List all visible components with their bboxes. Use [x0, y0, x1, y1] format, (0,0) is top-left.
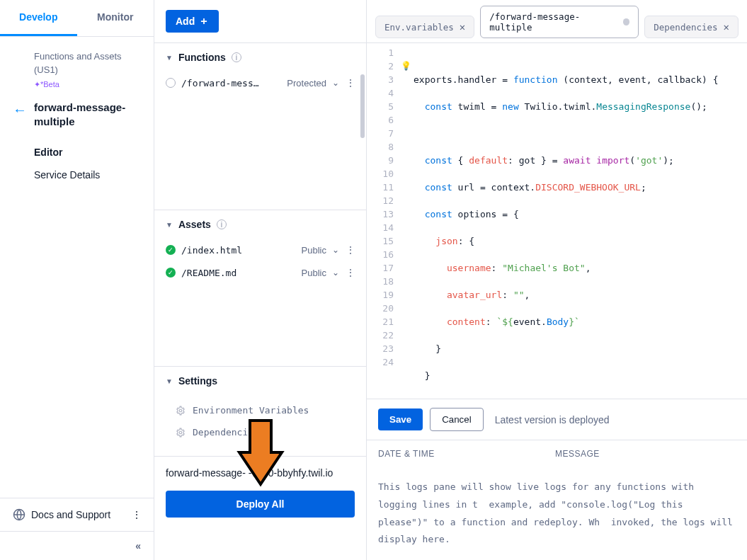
lightbulb-icon[interactable]: 💡 — [401, 59, 411, 73]
nav-tabs: Develop Monitor — [0, 0, 154, 37]
asset-name: /index.html — [181, 245, 296, 256]
editor-tab-deps[interactable]: Dependencies✕ — [644, 16, 739, 38]
logs-col-datetime: DATE & TIME — [378, 449, 555, 459]
editor-panel: Env.variables✕ /forward-message-multiple… — [367, 0, 747, 560]
chevron-down-icon[interactable]: ⌄ — [332, 268, 339, 278]
service-region: (US1) — [34, 64, 141, 75]
line-gutter: 123456789101112131415161718192021222324 — [367, 43, 401, 399]
back-icon[interactable]: ← — [13, 102, 27, 118]
dirty-dot-icon — [623, 18, 630, 25]
globe-icon — [13, 508, 25, 521]
service-name: forward-message-multiple — [34, 101, 141, 128]
nav-editor[interactable]: Editor — [13, 141, 141, 164]
settings-env-vars[interactable]: Environment Variables — [154, 399, 366, 421]
info-icon[interactable]: i — [217, 219, 227, 229]
asset-row[interactable]: ✓ /README.md Public ⌄ ⋮ — [154, 261, 366, 284]
left-nav: Develop Monitor Functions and Assets (US… — [0, 0, 154, 560]
editor-tab-file[interactable]: /forward-message-multiple — [480, 6, 639, 38]
middle-panel: Add ▼ Functions i /forward-mess… Protect… — [154, 0, 367, 560]
plus-icon — [199, 16, 209, 26]
settings-header[interactable]: ▼ Settings — [154, 367, 366, 395]
nav-service-details[interactable]: Service Details — [13, 164, 141, 186]
cancel-button[interactable]: Cancel — [430, 408, 484, 431]
service-category: Functions and Assets — [34, 51, 141, 62]
caret-down-icon: ▼ — [166, 54, 173, 62]
kebab-icon[interactable]: ⋮ — [345, 244, 355, 256]
asset-name: /README.md — [181, 268, 296, 278]
function-row[interactable]: /forward-mess… Protected ⌄ ⋮ — [154, 72, 366, 94]
editor-tabs: Env.variables✕ /forward-message-multiple… — [367, 0, 747, 38]
svg-point-2 — [179, 431, 182, 434]
tab-develop[interactable]: Develop — [0, 0, 77, 36]
info-icon[interactable]: i — [232, 52, 241, 62]
asset-row[interactable]: ✓ /index.html Public ⌄ ⋮ — [154, 239, 366, 261]
kebab-icon[interactable]: ⋮ — [131, 509, 141, 520]
caret-down-icon: ▼ — [166, 221, 173, 229]
svg-point-1 — [179, 409, 182, 412]
gear-icon — [176, 406, 186, 416]
logs-body: This logs pane will show live logs for a… — [367, 467, 747, 560]
collapse-sidebar-icon[interactable]: « — [135, 540, 141, 552]
gear-icon — [176, 428, 186, 438]
service-domain: forward-message- -7840-bbyhfy.twil.io — [166, 467, 355, 481]
functions-list: /forward-mess… Protected ⌄ ⋮ — [154, 72, 366, 210]
caret-down-icon: ▼ — [166, 377, 173, 385]
status-pending-icon — [166, 78, 176, 88]
status-ok-icon: ✓ — [166, 245, 176, 255]
close-icon[interactable]: ✕ — [460, 21, 465, 33]
chevron-down-icon[interactable]: ⌄ — [332, 245, 339, 255]
logs-col-message: MESSAGE — [555, 449, 600, 459]
settings-dependencies[interactable]: Dependencies — [154, 421, 366, 443]
deploy-status: Latest version is deployed — [495, 414, 610, 425]
editor-tab-env[interactable]: Env.variables✕ — [375, 16, 474, 38]
tab-monitor[interactable]: Monitor — [77, 0, 154, 36]
close-icon[interactable]: ✕ — [724, 21, 729, 33]
code-editor[interactable]: 123456789101112131415161718192021222324 … — [367, 42, 747, 399]
save-button[interactable]: Save — [378, 408, 423, 430]
deploy-all-button[interactable]: Deploy All — [166, 491, 355, 518]
docs-and-support-link[interactable]: Docs and Support — [13, 508, 110, 521]
functions-header[interactable]: ▼ Functions i — [154, 43, 366, 72]
kebab-icon[interactable]: ⋮ — [345, 77, 355, 88]
beta-badge: ✦*Beta — [34, 80, 59, 89]
asset-visibility: Public — [302, 245, 326, 256]
function-name: /forward-mess… — [181, 78, 281, 88]
status-ok-icon: ✓ — [166, 268, 176, 278]
code-content[interactable]: 💡 exports.handler = function (context, e… — [401, 43, 747, 399]
chevron-down-icon[interactable]: ⌄ — [332, 78, 339, 88]
function-visibility: Protected — [287, 78, 326, 88]
logs-header: DATE & TIME MESSAGE — [367, 440, 747, 467]
add-button[interactable]: Add — [166, 10, 219, 33]
kebab-icon[interactable]: ⋮ — [345, 267, 355, 278]
assets-list: ✓ /index.html Public ⌄ ⋮ ✓ /README.md Pu… — [154, 239, 366, 366]
scrollbar-thumb[interactable] — [360, 74, 365, 138]
asset-visibility: Public — [302, 268, 326, 278]
assets-header[interactable]: ▼ Assets i — [154, 210, 366, 239]
